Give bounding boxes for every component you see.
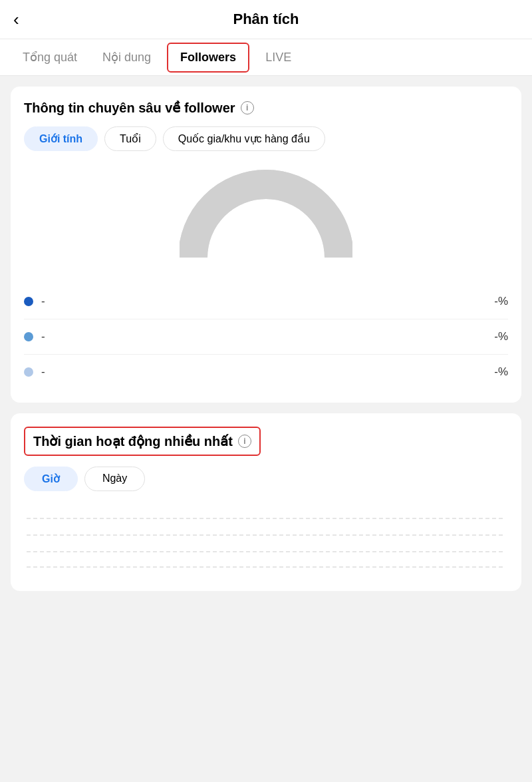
legend-item-0: - -% <box>24 284 508 319</box>
info-icon[interactable]: i <box>241 101 254 114</box>
legend-left-1: - <box>24 330 45 343</box>
filter-tab-tuoi[interactable]: Tuổi <box>104 126 156 151</box>
follower-insights-card: Thông tin chuyên sâu về follower i Giới … <box>11 87 521 403</box>
most-active-time-title: Thời gian hoạt động nhiều nhất <box>33 433 233 449</box>
page-title: Phân tích <box>233 11 299 28</box>
back-button[interactable]: ‹ <box>13 11 19 28</box>
legend-value-0: -% <box>494 295 508 308</box>
legend-label-2: - <box>41 365 45 379</box>
most-active-time-info-icon[interactable]: i <box>238 435 251 448</box>
tab-tong-quat[interactable]: Tổng quát <box>13 39 86 75</box>
legend-item-2: - -% <box>24 355 508 389</box>
legend-left-2: - <box>24 365 45 379</box>
tab-live[interactable]: LIVE <box>256 40 301 75</box>
follower-insights-title: Thông tin chuyên sâu về follower i <box>24 100 508 116</box>
legend-label-0: - <box>41 295 45 308</box>
tab-followers[interactable]: Followers <box>167 43 249 73</box>
activity-chart-svg <box>24 508 508 568</box>
legend-dot-2 <box>24 367 33 377</box>
time-tab-ngay[interactable]: Ngày <box>84 467 145 491</box>
most-active-time-card: Thời gian hoạt động nhiều nhất i Giờ Ngà… <box>11 413 521 591</box>
legend-dot-1 <box>24 332 33 341</box>
main-content: Thông tin chuyên sâu về follower i Giới … <box>0 76 532 602</box>
filter-tab-group: Giới tính Tuổi Quốc gia/khu vực hàng đầu <box>24 126 508 151</box>
legend-value-2: -% <box>494 365 508 379</box>
most-active-time-title-wrapper: Thời gian hoạt động nhiều nhất i <box>24 427 508 456</box>
legend-list: - -% - -% - -% <box>24 284 508 389</box>
legend-dot-0 <box>24 297 33 306</box>
tab-noi-dung[interactable]: Nội dung <box>93 39 160 75</box>
tab-bar: Tổng quát Nội dung Followers LIVE <box>0 39 532 76</box>
activity-chart-area <box>24 502 508 578</box>
legend-item-1: - -% <box>24 319 508 355</box>
time-filter-tab-group: Giờ Ngày <box>24 467 508 491</box>
legend-left-0: - <box>24 295 45 308</box>
header: ‹ Phân tích <box>0 0 532 39</box>
donut-chart <box>24 164 508 271</box>
legend-label-1: - <box>41 330 45 343</box>
legend-value-1: -% <box>494 330 508 343</box>
filter-tab-gioi-tinh[interactable]: Giới tính <box>24 126 98 151</box>
time-tab-gio[interactable]: Giờ <box>24 467 78 491</box>
filter-tab-quoc-gia[interactable]: Quốc gia/khu vực hàng đầu <box>163 126 325 151</box>
